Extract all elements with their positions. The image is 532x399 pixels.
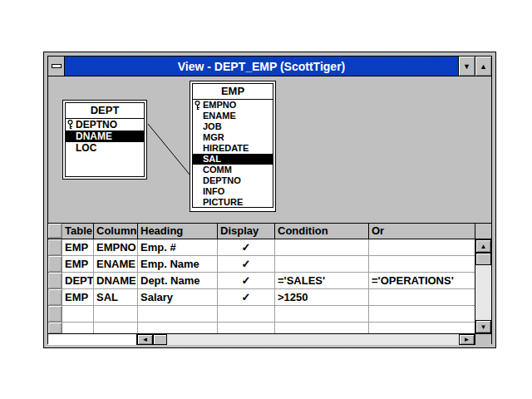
key-icon xyxy=(66,120,74,130)
cell-display-check[interactable]: ✓ xyxy=(218,273,275,289)
table-node-emp-field-list: EMPNO ENAME JOB MGR HIREDATE S xyxy=(192,100,273,208)
table-node-emp[interactable]: EMP EMPNO ENAME JOB xyxy=(190,81,276,212)
cell-column[interactable]: SAL xyxy=(94,289,138,306)
row-selector[interactable] xyxy=(48,256,62,273)
field-label: EMPNO xyxy=(203,100,236,110)
table-node-dept[interactable]: DEPT DEPTNO DNAME LOC xyxy=(62,100,147,180)
field-item-emp-job[interactable]: JOB xyxy=(193,121,273,132)
cell-column[interactable]: DNAME xyxy=(94,273,138,289)
cell-display-check[interactable]: ✓ xyxy=(218,256,275,273)
row-selector[interactable] xyxy=(48,289,62,306)
cell-condition[interactable]: ='SALES' xyxy=(275,273,369,289)
cell-condition[interactable] xyxy=(275,239,369,256)
cell-table[interactable] xyxy=(62,306,94,323)
cell-display-check[interactable] xyxy=(218,323,275,333)
row-selector[interactable] xyxy=(48,306,62,323)
column-header-or: Or xyxy=(369,224,475,239)
row-selector[interactable] xyxy=(48,323,62,333)
row-selector[interactable] xyxy=(48,273,62,289)
cell-condition[interactable] xyxy=(275,256,369,273)
table-node-emp-title[interactable]: EMP xyxy=(192,83,273,100)
field-item-emp-deptno[interactable]: DEPTNO xyxy=(193,175,273,186)
row-selector[interactable] xyxy=(48,239,62,256)
field-item-emp-info[interactable]: INFO xyxy=(193,186,273,197)
fixed-columns-spacer xyxy=(48,334,137,345)
cell-table[interactable]: EMP xyxy=(62,256,94,273)
field-item-emp-sal[interactable]: SAL xyxy=(193,154,273,165)
cell-condition[interactable]: >1250 xyxy=(275,289,369,306)
cell-or[interactable] xyxy=(369,306,475,323)
cell-condition[interactable] xyxy=(275,323,369,333)
field-item-emp-hiredate[interactable]: HIREDATE xyxy=(193,143,273,154)
field-label: MGR xyxy=(203,132,224,142)
bottom-bar: ◄ ► xyxy=(48,333,491,345)
window-inner-frame: View - DEPT_EMP (ScottTiger) ▼ ▲ DEPT xyxy=(47,56,492,344)
horizontal-scroll-track[interactable] xyxy=(167,334,459,345)
cell-heading[interactable] xyxy=(138,306,218,323)
table-node-dept-field-list: DEPTNO DNAME LOC xyxy=(65,119,145,177)
scroll-down-button[interactable]: ▼ xyxy=(475,320,491,333)
cell-heading[interactable]: Emp. # xyxy=(138,239,218,256)
field-label: JOB xyxy=(203,121,222,131)
table-row: EMP EMPNO Emp. # ✓ xyxy=(48,239,475,256)
system-menu-icon xyxy=(52,64,62,68)
column-header-column: Column xyxy=(94,224,138,239)
field-item-dept-dname[interactable]: DNAME xyxy=(66,131,144,142)
field-label: DNAME xyxy=(76,131,112,142)
field-label: LOC xyxy=(76,142,96,154)
field-label: DEPTNO xyxy=(76,119,117,131)
scrollbar-corner xyxy=(475,334,491,345)
scroll-left-button[interactable]: ◄ xyxy=(137,334,153,345)
cell-heading[interactable] xyxy=(138,323,218,333)
scroll-right-icon: ► xyxy=(464,336,470,343)
cell-heading[interactable]: Salary xyxy=(138,289,218,306)
maximize-button[interactable]: ▲ xyxy=(475,57,491,76)
field-label: HIREDATE xyxy=(203,143,249,153)
field-item-emp-mgr[interactable]: MGR xyxy=(193,132,273,143)
cell-or[interactable] xyxy=(369,289,475,306)
titlebar[interactable]: View - DEPT_EMP (ScottTiger) ▼ ▲ xyxy=(48,57,491,76)
field-item-dept-deptno[interactable]: DEPTNO xyxy=(66,119,144,131)
cell-column[interactable] xyxy=(94,323,138,333)
cell-heading[interactable]: Emp. Name xyxy=(138,256,218,273)
cell-or[interactable] xyxy=(369,239,475,256)
cell-or[interactable] xyxy=(369,323,475,333)
cell-heading[interactable]: Dept. Name xyxy=(138,273,218,289)
field-label: PICTURE xyxy=(203,197,243,207)
column-header-display: Display xyxy=(218,224,275,239)
cell-display-check[interactable]: ✓ xyxy=(218,239,275,256)
field-item-dept-loc[interactable]: LOC xyxy=(66,142,144,154)
field-label: INFO xyxy=(203,186,224,196)
scroll-up-icon: ▲ xyxy=(480,243,487,250)
cell-display-check[interactable]: ✓ xyxy=(218,289,275,306)
window-title: View - DEPT_EMP (ScottTiger) xyxy=(65,57,458,76)
cell-or[interactable]: ='OPERATIONS' xyxy=(369,273,475,289)
table-node-dept-title[interactable]: DEPT xyxy=(65,102,145,119)
cell-column[interactable]: ENAME xyxy=(94,256,138,273)
field-item-emp-picture[interactable]: PICTURE xyxy=(193,197,273,208)
field-item-emp-comm[interactable]: COMM xyxy=(193,165,273,175)
field-label: DEPTNO xyxy=(203,175,241,185)
cell-condition[interactable] xyxy=(275,306,369,323)
minimize-button[interactable]: ▼ xyxy=(458,57,475,76)
cell-table[interactable]: EMP xyxy=(62,289,94,306)
vertical-scroll-track[interactable] xyxy=(475,265,491,320)
system-menu-button[interactable] xyxy=(48,57,65,76)
cell-or[interactable] xyxy=(369,256,475,273)
cell-table[interactable]: DEPT xyxy=(62,273,94,289)
field-item-emp-empno[interactable]: EMPNO xyxy=(193,100,273,111)
table-row: DEPT DNAME Dept. Name ✓ ='SALES' ='OPERA… xyxy=(48,273,475,289)
scroll-right-button[interactable]: ► xyxy=(459,334,475,345)
scroll-up-button[interactable]: ▲ xyxy=(475,239,491,253)
column-header-heading: Heading xyxy=(138,224,218,239)
vertical-scrollbar: ▲ ▼ xyxy=(475,224,491,333)
cell-column[interactable] xyxy=(94,306,138,323)
cell-table[interactable]: EMP xyxy=(62,239,94,256)
horizontal-scroll-thumb[interactable] xyxy=(153,334,167,345)
column-header-condition: Condition xyxy=(275,224,369,239)
cell-display-check[interactable] xyxy=(218,306,275,323)
cell-table[interactable] xyxy=(62,323,94,333)
vertical-scroll-thumb[interactable] xyxy=(475,253,491,265)
cell-column[interactable]: EMPNO xyxy=(94,239,138,256)
field-item-emp-ename[interactable]: ENAME xyxy=(193,111,273,121)
